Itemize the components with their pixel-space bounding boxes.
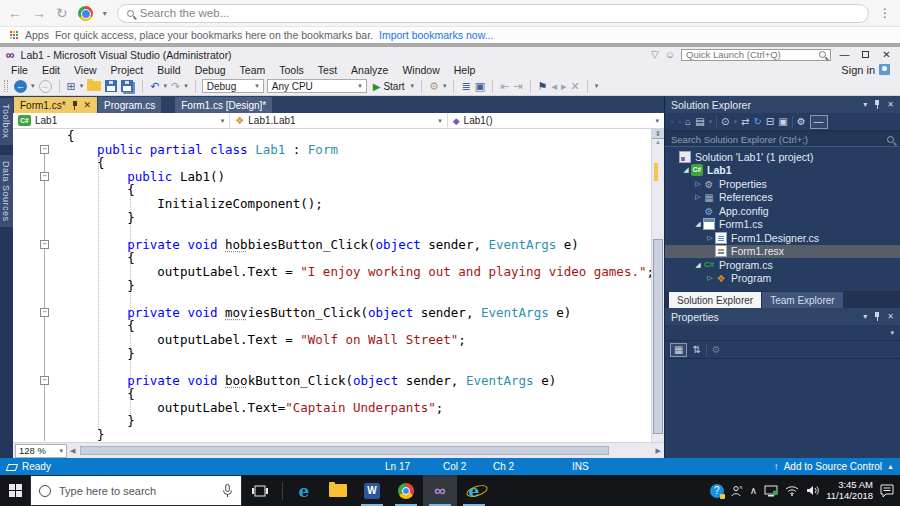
pin-icon[interactable] (873, 312, 881, 321)
pin-tab-icon[interactable] (71, 101, 79, 110)
indent-decrease-icon[interactable]: ⇤ (500, 79, 509, 94)
collapse-region-icon[interactable]: − (40, 376, 49, 385)
feedback-filter-icon[interactable]: ▽ (651, 49, 659, 60)
properties-object-dropdown[interactable]: ▾ (665, 325, 900, 341)
attach-icon[interactable]: ⚙ (429, 79, 439, 94)
doc-tab-program-cs[interactable]: Program.cs (98, 97, 161, 113)
split-editor-handle[interactable]: ⇕ (652, 129, 664, 139)
se-back-icon[interactable]: ◦ (670, 116, 674, 127)
code-editor[interactable]: { public partial class Lab1 : Form { pub… (13, 129, 664, 442)
panel-tab-team-explorer[interactable]: Team Explorer (762, 292, 842, 308)
apps-grid-icon[interactable] (10, 31, 19, 40)
find-symbol-icon[interactable]: ▣ (475, 79, 485, 94)
browser-menu-icon[interactable]: ⋮ (879, 6, 892, 20)
close-tab-icon[interactable]: ✕ (84, 100, 92, 110)
taskbar-app-visual-studio[interactable]: ∞ (423, 475, 457, 506)
tree-item-properties[interactable]: ▷Properties (665, 177, 900, 191)
window-position-icon[interactable]: ▾ (863, 312, 867, 321)
se-sync-icon[interactable]: ⇄ (741, 116, 749, 127)
horizontal-scroll-thumb[interactable] (80, 446, 608, 455)
volume-icon[interactable] (806, 485, 819, 496)
browser-back-icon[interactable]: ← (8, 5, 22, 21)
sign-in-link[interactable]: Sign in (841, 64, 875, 76)
se-properties-icon[interactable]: ⚙ (797, 116, 806, 127)
se-home-icon[interactable]: ⌂ (685, 116, 691, 127)
se-code-view-icon[interactable]: — (810, 115, 828, 129)
menu-debug[interactable]: Debug (188, 64, 233, 76)
add-to-source-control-button[interactable]: ↑ Add to Source Control ▲ (774, 461, 894, 472)
undo-icon[interactable]: ↶ (150, 79, 159, 94)
se-refresh-icon[interactable]: ↻ (753, 116, 761, 127)
vertical-scrollbar[interactable]: ⇕ ▲ (651, 129, 664, 442)
pin-icon[interactable] (873, 100, 881, 109)
close-panel-icon[interactable]: ✕ (887, 312, 894, 321)
project-dropdown[interactable]: C# Lab1 ▾ (13, 113, 230, 128)
menu-analyze[interactable]: Analyze (344, 64, 395, 76)
quick-launch-input[interactable]: Quick Launch (Ctrl+Q) (681, 49, 831, 61)
side-tab-toolbox[interactable]: Toolbox (0, 98, 13, 145)
minimize-button[interactable]: — (837, 49, 852, 60)
task-view-icon[interactable] (252, 484, 268, 498)
restore-button[interactable] (858, 49, 873, 60)
apps-label[interactable]: Apps (25, 29, 49, 41)
collapsed-arrow-icon[interactable]: ▷ (693, 193, 703, 201)
horizontal-scrollbar[interactable]: 128 % ▾ ◀ ▶ (13, 442, 664, 458)
menu-team[interactable]: Team (233, 64, 273, 76)
wifi-icon[interactable] (785, 485, 799, 496)
tree-item-form1-cs[interactable]: ◢Form1.cs (665, 218, 900, 232)
hidden-icons-chevron[interactable]: ∧ (750, 485, 757, 496)
menu-view[interactable]: View (67, 64, 104, 76)
redo-icon[interactable]: ↷ (171, 79, 180, 94)
solution-explorer-search-input[interactable]: Search Solution Explorer (Ctrl+;) (665, 131, 900, 147)
help-icon[interactable]: ? (710, 484, 724, 498)
dropdown-caret-icon[interactable]: ▾ (709, 118, 713, 126)
people-icon[interactable]: R (731, 485, 743, 497)
member-dropdown[interactable]: ◆ Lab1() ▾ (448, 113, 664, 128)
dropdown-caret-icon[interactable]: ▾ (734, 118, 738, 126)
expanded-arrow-icon[interactable]: ◢ (681, 166, 691, 174)
props-categorized-icon[interactable]: ▦ (670, 343, 687, 357)
user-avatar-icon[interactable] (879, 64, 890, 75)
next-bookmark-icon[interactable]: ▸ (561, 79, 567, 94)
menu-edit[interactable]: Edit (35, 64, 67, 76)
action-center-icon[interactable] (880, 484, 894, 497)
nav-back-icon[interactable]: ← (14, 80, 27, 93)
editor-zoom-dropdown[interactable]: 128 % ▾ (15, 444, 67, 458)
menu-build[interactable]: Build (150, 64, 187, 76)
start-button[interactable] (0, 484, 30, 497)
taskbar-app-word[interactable]: W (355, 475, 389, 506)
menu-tools[interactable]: Tools (272, 64, 311, 76)
collapsed-arrow-icon[interactable]: ▷ (705, 234, 715, 242)
collapse-region-icon[interactable]: − (40, 172, 49, 181)
send-feedback-icon[interactable]: ☺ (665, 49, 675, 60)
taskbar-app-edge[interactable]: e (287, 475, 321, 506)
doc-tab-form1-cs[interactable]: Form1.cs*✕ (14, 97, 97, 113)
props-alphabetical-icon[interactable]: ⇅ (692, 344, 700, 355)
menu-help[interactable]: Help (447, 64, 483, 76)
tree-item-form1-designer-cs[interactable]: ▷Form1.Designer.cs (665, 231, 900, 245)
expanded-arrow-icon[interactable]: ◢ (693, 220, 703, 228)
taskbar-app-file-explorer[interactable] (321, 475, 355, 506)
clear-bookmarks-icon[interactable]: ✕ (570, 79, 579, 94)
overflow-icon[interactable]: ▾ (595, 82, 599, 90)
window-position-icon[interactable]: ▾ (863, 100, 867, 109)
dropdown-caret-icon[interactable]: ▾ (184, 82, 188, 90)
nav-forward-icon[interactable]: → (39, 80, 52, 93)
tree-item-lab1[interactable]: ◢C#Lab1 (665, 164, 900, 178)
task-list-icon[interactable]: ≣ (461, 79, 470, 94)
pc-status-icon[interactable] (764, 485, 778, 497)
collapse-region-icon[interactable]: − (40, 308, 49, 317)
vertical-scroll-thumb[interactable] (653, 239, 663, 434)
collapse-region-icon[interactable]: − (40, 145, 49, 154)
scroll-right-arrow[interactable]: ▶ (653, 447, 664, 455)
taskbar-app-chrome[interactable] (389, 475, 423, 506)
side-tab-data-sources[interactable]: Data Sources (0, 155, 13, 228)
start-debug-button[interactable]: ▶ Start (370, 81, 408, 92)
tree-item-program-cs[interactable]: ◢C#Program.cs (665, 258, 900, 272)
scroll-up-arrow[interactable]: ▲ (652, 139, 664, 145)
close-panel-icon[interactable]: ✕ (887, 100, 894, 109)
dropdown-caret-icon[interactable]: ▾ (443, 82, 447, 90)
chrome-logo-icon[interactable] (78, 6, 93, 21)
se-pending-changes-icon[interactable]: ⊙ (721, 116, 729, 127)
se-switch-views-icon[interactable]: ▤ (695, 116, 704, 127)
